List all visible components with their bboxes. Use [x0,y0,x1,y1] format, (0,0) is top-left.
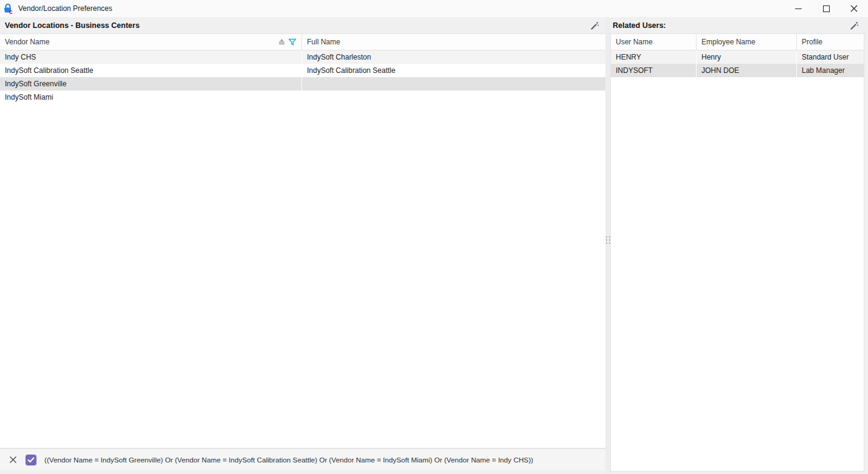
full-name-cell[interactable]: IndySoft Calibration Seattle [302,64,605,77]
left-grid-customize-button[interactable] [589,20,600,31]
close-x-icon [9,456,17,464]
minimize-button[interactable] [784,0,812,17]
user-name-cell[interactable]: HENRY [611,50,697,64]
vendor-grid-header-row: Vendor Name Full Name [0,34,605,50]
employee-name-cell[interactable]: JOHN DOE [697,64,797,77]
column-header-indicators [278,38,301,46]
window-controls [784,0,868,17]
user-name-cell[interactable]: INDYSOFT [611,64,697,77]
column-header-label: Vendor Name [5,38,49,46]
column-header-label: Full Name [307,38,340,46]
magic-wand-icon [849,21,859,30]
close-button[interactable] [840,0,868,17]
column-header-label: Employee Name [701,38,756,46]
full-name-cell[interactable] [302,91,605,104]
vendor-name-cell[interactable]: IndySoft Greenville [0,77,302,91]
profile-cell[interactable]: Lab Manager [797,64,864,77]
column-header-profile[interactable]: Profile [797,34,864,50]
right-panel-title: Related Users: [613,21,666,30]
checkmark-icon [27,457,35,463]
filter-expression-text[interactable]: ((Vendor Name = IndySoft Greenville) Or … [44,456,533,464]
table-row-selected[interactable]: IndySoft Greenville [0,77,605,91]
window-titlebar: c Vendor/Location Preferences [0,0,868,17]
svg-text:c: c [9,9,13,15]
full-name-cell[interactable] [302,77,605,91]
maximize-button[interactable] [812,0,840,17]
vendor-name-cell[interactable]: Indy CHS [0,50,302,64]
close-icon [850,4,858,13]
related-users-grid: User Name Employee Name Profile HENRY He… [610,33,864,472]
window-title: Vendor/Location Preferences [18,4,112,13]
minimize-icon [795,9,802,9]
sort-ascending-icon [278,38,286,46]
filter-funnel-icon[interactable] [288,38,297,46]
column-header-user-name[interactable]: User Name [611,34,697,50]
filter-enabled-checkbox[interactable] [26,455,36,465]
right-grid-customize-button[interactable] [849,20,859,31]
panel-splitter[interactable] [605,17,610,474]
profile-cell[interactable]: Standard User [797,50,864,64]
vendor-name-cell[interactable]: IndySoft Calibration Seattle [0,64,302,77]
full-name-cell[interactable]: IndySoft Charleston [302,50,605,64]
column-header-label: Profile [802,38,822,46]
table-row[interactable]: IndySoft Miami [0,91,605,104]
vendor-name-cell[interactable]: IndySoft Miami [0,91,302,104]
table-row[interactable]: Indy CHS IndySoft Charleston [0,50,605,64]
clear-filter-button[interactable] [8,455,18,465]
users-grid-header-row: User Name Employee Name Profile [611,34,864,50]
right-panel-header: Related Users: [610,18,864,33]
column-header-label: User Name [616,38,653,46]
employee-name-cell[interactable]: Henry [697,50,797,64]
vendor-locations-grid: Vendor Name Full Name Indy CHS IndySoft … [0,33,606,448]
left-panel-title: Vendor Locations - Business Centers [5,21,140,30]
column-header-full-name[interactable]: Full Name [302,34,605,50]
left-panel-header: Vendor Locations - Business Centers [0,18,606,33]
table-row[interactable]: IndySoft Calibration Seattle IndySoft Ca… [0,64,605,77]
app-lock-icon: c [2,2,15,15]
maximize-icon [823,5,830,12]
table-row[interactable]: HENRY Henry Standard User [611,50,864,64]
magic-wand-icon [590,21,599,30]
splitter-grip-icon [606,236,610,244]
filter-panel: ((Vendor Name = IndySoft Greenville) Or … [0,448,606,470]
table-row-selected[interactable]: INDYSOFT JOHN DOE Lab Manager [611,64,864,77]
column-header-vendor-name[interactable]: Vendor Name [0,34,302,50]
column-header-employee-name[interactable]: Employee Name [697,34,797,50]
